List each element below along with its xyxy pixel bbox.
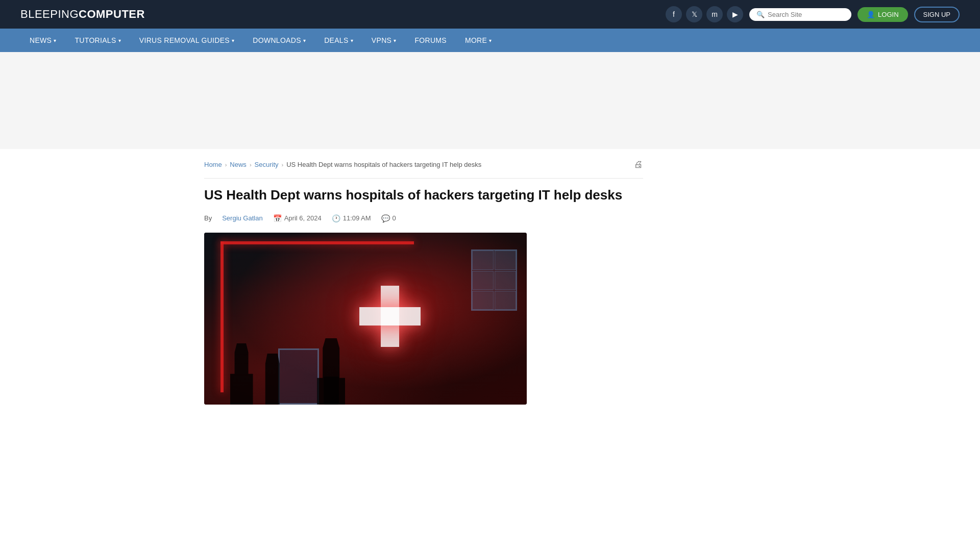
nav-item-vpns[interactable]: VPNS▾: [362, 29, 406, 52]
advertisement-banner: [0, 52, 980, 149]
nav-item-deals[interactable]: DEALS▾: [315, 29, 362, 52]
chevron-down-icon: ▾: [232, 38, 234, 43]
chevron-down-icon: ▾: [351, 38, 353, 43]
article-image: [204, 233, 527, 405]
hospital-scene-graphic: [204, 233, 527, 405]
comment-count: 0: [393, 214, 396, 222]
chevron-down-icon: ▾: [489, 38, 492, 43]
youtube-icon[interactable]: ▶: [727, 6, 743, 22]
chevron-down-icon: ▾: [54, 38, 56, 43]
header-right: f 𝕏 m ▶ 🔍 👤 LOGIN SIGN UP: [666, 6, 960, 22]
twitter-icon[interactable]: 𝕏: [686, 6, 702, 22]
site-logo[interactable]: BLEEPINGCOMPUTER: [20, 8, 145, 21]
time-meta: 🕐 11:09 AM: [332, 214, 371, 222]
comment-icon: 💬: [381, 214, 390, 222]
login-button[interactable]: 👤 LOGIN: [857, 7, 908, 22]
chevron-down-icon: ▾: [118, 38, 121, 43]
signup-button[interactable]: SIGN UP: [914, 7, 960, 22]
article-meta: By Sergiu Gatlan 📅 April 6, 2024 🕐 11:09…: [204, 214, 643, 222]
breadcrumb: Home › News › Security › US Health Dept …: [204, 159, 643, 179]
comment-meta: 💬 0: [381, 214, 396, 222]
nav-item-news[interactable]: NEWS▾: [20, 29, 66, 52]
facebook-icon[interactable]: f: [666, 6, 682, 22]
site-header: BLEEPINGCOMPUTER f 𝕏 m ▶ 🔍 👤 LOGIN SIGN …: [0, 0, 980, 29]
breadcrumb-sep-2: ›: [250, 162, 252, 168]
date-meta: 📅 April 6, 2024: [273, 214, 322, 222]
nav-item-tutorials[interactable]: TUTORIALS▾: [66, 29, 130, 52]
search-input[interactable]: [768, 11, 844, 18]
article-sidebar: [664, 159, 776, 405]
article-time: 11:09 AM: [343, 214, 371, 222]
print-icon[interactable]: 🖨: [634, 159, 643, 170]
article-main: Home › News › Security › US Health Dept …: [204, 159, 643, 405]
chevron-down-icon: ▾: [394, 38, 396, 43]
nav-item-more[interactable]: MORE▾: [456, 29, 501, 52]
search-bar[interactable]: 🔍: [749, 8, 851, 21]
clock-icon: 🕐: [332, 214, 340, 222]
nav-item-forums[interactable]: FORUMS: [406, 29, 456, 52]
breadcrumb-home[interactable]: Home: [204, 161, 222, 168]
logo-suffix: COMPUTER: [79, 8, 145, 20]
article-wrapper: Home › News › Security › US Health Dept …: [184, 149, 796, 415]
article-title: US Health Dept warns hospitals of hacker…: [204, 187, 643, 204]
nav-item-virus-removal[interactable]: VIRUS REMOVAL GUIDES▾: [130, 29, 243, 52]
breadcrumb-sep-3: ›: [282, 162, 284, 168]
search-icon: 🔍: [756, 11, 765, 18]
author-label: By: [204, 214, 212, 222]
logo-prefix: BLEEPING: [20, 8, 79, 20]
chevron-down-icon: ▾: [303, 38, 306, 43]
mastodon-icon[interactable]: m: [706, 6, 723, 22]
main-nav: NEWS▾ TUTORIALS▾ VIRUS REMOVAL GUIDES▾ D…: [0, 29, 980, 52]
breadcrumb-news[interactable]: News: [230, 161, 247, 168]
calendar-icon: 📅: [273, 214, 282, 222]
social-icons: f 𝕏 m ▶: [666, 6, 743, 22]
breadcrumb-security[interactable]: Security: [255, 161, 279, 168]
nav-item-downloads[interactable]: DOWNLOADS▾: [243, 29, 315, 52]
author-link[interactable]: Sergiu Gatlan: [222, 214, 263, 222]
article-date: April 6, 2024: [284, 214, 322, 222]
user-icon: 👤: [867, 11, 875, 18]
breadcrumb-current: US Health Dept warns hospitals of hacker…: [286, 161, 481, 168]
breadcrumb-sep-1: ›: [225, 162, 227, 168]
